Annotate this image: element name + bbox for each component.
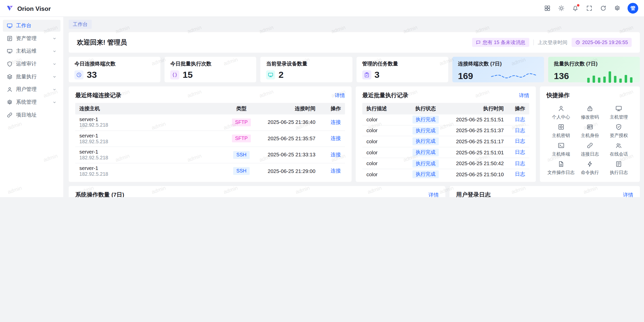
- terminal-icon: [557, 142, 565, 149]
- command-icon: [586, 161, 593, 168]
- log-link[interactable]: 日志: [515, 171, 525, 177]
- quick-op-grant[interactable]: 资产授权: [604, 121, 633, 140]
- quick-op-execlog[interactable]: 执行日志: [604, 158, 633, 177]
- fullscreen-button[interactable]: [584, 3, 595, 14]
- terminal-records-panel: 最近终端连接记录 详情 连接主机 类型 连接时间 操作 server-1182.…: [69, 86, 352, 182]
- filelog-iconwrap: [557, 160, 565, 168]
- monitor-icon: [7, 23, 13, 29]
- stat-label: 当前登录设备数量: [266, 60, 346, 67]
- column-header-actions: 操作: [319, 105, 345, 112]
- session-iconwrap: [615, 141, 622, 150]
- terminal-table-header: 连接主机 类型 连接时间 操作: [75, 103, 345, 115]
- quick-op-connectlog[interactable]: 连接日志: [575, 140, 604, 159]
- connect-link[interactable]: 连接: [331, 168, 341, 174]
- sidebar-item-system-management[interactable]: 系统管理: [3, 96, 60, 108]
- quick-op-host[interactable]: 主机管理: [604, 103, 633, 122]
- connect-time: 2025-06-25 21:29:00: [258, 168, 319, 174]
- quick-op-label: 命令执行: [581, 169, 599, 176]
- login-log-more-link[interactable]: 详情: [623, 192, 633, 197]
- system-ops-more-link[interactable]: 详情: [428, 192, 439, 197]
- stat-card-1: 今日连接终端次数33: [69, 57, 160, 82]
- terminal-record-row: server-1182.92.5.218SSH2025-06-25 21:29:…: [75, 163, 345, 179]
- terminal-records-title: 最近终端连接记录: [75, 92, 121, 99]
- top-bar: Orion Visor 管: [0, 0, 644, 16]
- chevron-icon: [52, 87, 57, 92]
- sidebar-item-batch-exec[interactable]: 批量执行: [3, 71, 60, 83]
- chevron-icon: [52, 100, 57, 104]
- chevron-down-icon: [52, 75, 57, 79]
- batch-records-more-link[interactable]: 详情: [519, 92, 529, 99]
- stat-value-row: 15: [170, 70, 251, 80]
- session-icon: [615, 142, 622, 149]
- sidebar-item-host-ops[interactable]: 主机运维: [3, 45, 60, 57]
- sidebar-item-workbench[interactable]: 工作台: [3, 20, 60, 31]
- last-login-time-badge: 2025-06-25 19:26:55: [572, 38, 632, 47]
- quick-op-person[interactable]: 个人中心: [547, 103, 576, 122]
- theme-icon: [558, 5, 565, 12]
- host-name: server-1: [79, 149, 221, 155]
- quick-op-filelog[interactable]: 文件操作日志: [547, 158, 576, 177]
- quick-op-label: 主机管理: [610, 114, 628, 120]
- batch-record-row: color执行完成2025-06-25 21:51:17日志: [362, 136, 529, 147]
- host-name: server-1: [79, 165, 221, 171]
- column-header-exec-desc: 执行描述: [362, 105, 405, 112]
- last-login-label: 上次登录时间: [538, 39, 567, 46]
- welcome-title: 欢迎回来! 管理员: [77, 38, 127, 47]
- connect-link[interactable]: 连接: [331, 135, 341, 141]
- quick-op-identity[interactable]: 主机身份: [575, 121, 604, 140]
- trend-card-terminal-connections-7d: 连接终端次数 (7日)169: [452, 57, 544, 82]
- connect-link[interactable]: 连接: [331, 152, 341, 158]
- connect-link[interactable]: 连接: [331, 119, 341, 125]
- chevron-icon: [52, 75, 57, 79]
- person-iconwrap: [557, 104, 565, 113]
- column-header-exec-status: 执行状态: [405, 105, 446, 112]
- batch-record-row: color执行完成2025-06-25 21:51:01日志: [362, 147, 529, 158]
- header-actions: 管: [542, 3, 638, 14]
- sidebar-item-asset-management[interactable]: 资产管理: [3, 32, 60, 44]
- log-link[interactable]: 日志: [515, 160, 525, 166]
- quick-op-key[interactable]: 主机密钥: [547, 121, 576, 140]
- column-header-host: 连接主机: [75, 105, 225, 112]
- sidebar-item-project-link[interactable]: 项目地址: [3, 109, 60, 121]
- sidebar-item-user-management[interactable]: 用户管理: [3, 84, 60, 95]
- settings-button[interactable]: [612, 3, 623, 14]
- action-cell: 连接: [319, 135, 345, 142]
- protocol-tag: SFTP: [232, 135, 251, 142]
- terminal-records-more-link[interactable]: 详情: [335, 92, 345, 99]
- log-link[interactable]: 日志: [515, 138, 525, 144]
- unread-messages-badge[interactable]: 您有 15 条未读消息: [472, 38, 529, 47]
- protocol-tag: SSH: [233, 167, 250, 175]
- theme-button[interactable]: [556, 3, 567, 14]
- type-cell: SFTP: [225, 118, 258, 126]
- terminal-record-row: server-1182.92.5.218SFTP2025-06-25 21:35…: [75, 131, 345, 147]
- stat-card-3: 当前登录设备数量2: [260, 57, 352, 82]
- quick-op-command[interactable]: 命令执行: [575, 158, 604, 177]
- breadcrumb-item-workbench[interactable]: 工作台: [69, 20, 92, 29]
- notification-badge-dot: [577, 4, 580, 7]
- exec-time: 2025-06-25 21:51:01: [446, 150, 508, 155]
- quick-op-terminal[interactable]: 主机终端: [547, 140, 576, 159]
- log-link[interactable]: 日志: [515, 128, 525, 133]
- host-name: server-1: [79, 133, 221, 139]
- refresh-button[interactable]: [598, 3, 609, 14]
- quick-op-password[interactable]: 修改密码: [575, 103, 604, 122]
- sidebar-item-label: 资产管理: [16, 35, 37, 42]
- connectlog-icon: [586, 142, 593, 149]
- chevron-down-icon: [52, 87, 57, 92]
- user-avatar[interactable]: 管: [628, 3, 638, 14]
- quick-op-label: 连接日志: [581, 151, 599, 157]
- protocol-tag: SSH: [233, 151, 250, 159]
- log-link[interactable]: 日志: [515, 117, 525, 122]
- quick-op-session[interactable]: 在线会话: [604, 140, 633, 159]
- users-icon: [7, 86, 13, 93]
- apps-button[interactable]: [542, 3, 553, 14]
- terminal-record-row: server-1182.92.5.218SFTP2025-06-25 21:36…: [75, 114, 345, 131]
- password-iconwrap: [586, 104, 593, 113]
- sidebar-item-ops-audit[interactable]: 运维审计: [3, 58, 60, 70]
- quick-op-label: 主机身份: [581, 132, 599, 139]
- notifications-button[interactable]: [570, 3, 581, 14]
- chevron-down-icon: [52, 100, 57, 104]
- stat-value-row: 2: [266, 70, 346, 80]
- log-link[interactable]: 日志: [515, 150, 525, 155]
- brand[interactable]: Orion Visor: [6, 4, 51, 12]
